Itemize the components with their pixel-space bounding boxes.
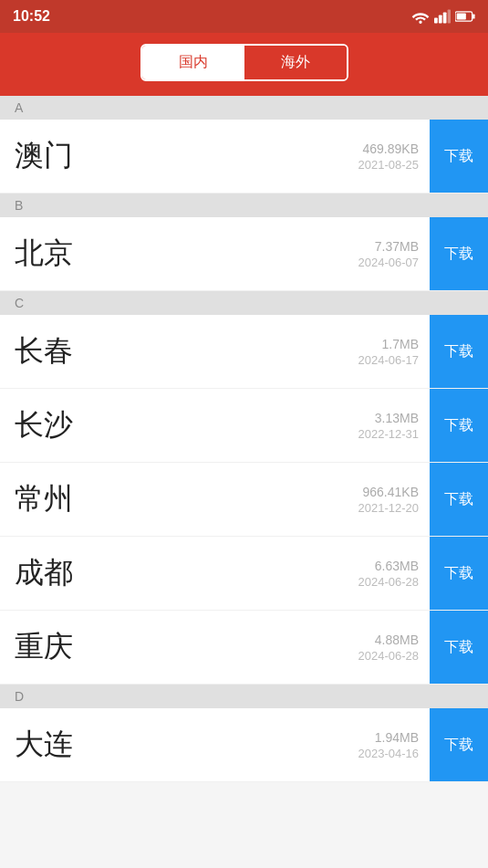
section-header-c: C — [0, 291, 488, 315]
svg-rect-6 — [457, 14, 466, 20]
wifi-icon — [411, 9, 430, 24]
item-size: 1.94MB — [375, 730, 419, 745]
signal-icon — [434, 9, 451, 24]
svg-rect-0 — [434, 18, 438, 24]
item-size: 3.13MB — [375, 411, 419, 425]
item-date: 2021-08-25 — [358, 158, 420, 172]
item-meta: 6.63MB2024-06-28 — [358, 559, 420, 589]
status-bar: 10:52 — [0, 0, 488, 33]
status-time: 10:52 — [13, 8, 50, 25]
list-item: 常州966.41KB2021-12-20下载 — [0, 463, 488, 537]
item-size: 4.88MB — [375, 633, 419, 647]
section-header-a: A — [0, 96, 488, 120]
item-name: 澳门 — [15, 136, 358, 176]
tab-group: 国内 海外 — [140, 44, 348, 81]
svg-rect-5 — [472, 14, 475, 18]
list-item: 大连1.94MB2023-04-16下载 — [0, 708, 488, 782]
item-name: 成都 — [15, 553, 358, 593]
list-item: 北京7.37MB2024-06-07下载 — [0, 217, 488, 291]
list-item: 澳门469.89KB2021-08-25下载 — [0, 120, 488, 193]
item-meta: 3.13MB2022-12-31 — [358, 411, 420, 441]
svg-rect-3 — [448, 10, 451, 24]
list-item: 长沙3.13MB2022-12-31下载 — [0, 389, 488, 463]
list-item: 长春1.7MB2024-06-17下载 — [0, 315, 488, 389]
item-meta: 1.94MB2023-04-16 — [358, 730, 420, 760]
item-date: 2023-04-16 — [358, 747, 420, 760]
item-date: 2024-06-07 — [358, 256, 420, 269]
item-size: 6.63MB — [375, 559, 419, 573]
download-button[interactable]: 下载 — [430, 611, 488, 684]
download-button[interactable]: 下载 — [430, 537, 488, 610]
item-name: 北京 — [15, 234, 358, 274]
item-name: 重庆 — [15, 627, 358, 667]
item-meta: 469.89KB2021-08-25 — [358, 141, 420, 172]
list-container: A澳门469.89KB2021-08-25下载B北京7.37MB2024-06-… — [0, 96, 488, 782]
item-size: 966.41KB — [363, 485, 420, 499]
item-date: 2022-12-31 — [358, 427, 420, 441]
download-button[interactable]: 下载 — [430, 463, 488, 536]
download-button[interactable]: 下载 — [430, 708, 488, 781]
download-button[interactable]: 下载 — [430, 315, 488, 388]
item-date: 2024-06-17 — [358, 353, 420, 367]
item-meta: 966.41KB2021-12-20 — [358, 485, 420, 515]
download-button[interactable]: 下载 — [430, 217, 488, 290]
item-meta: 7.37MB2024-06-07 — [358, 239, 420, 269]
section-header-d: D — [0, 685, 488, 708]
item-size: 469.89KB — [363, 141, 420, 156]
svg-rect-2 — [443, 13, 447, 24]
item-size: 1.7MB — [382, 337, 419, 351]
item-date: 2024-06-28 — [358, 649, 420, 663]
item-size: 7.37MB — [375, 239, 419, 254]
item-name: 长春 — [15, 331, 358, 371]
tab-domestic[interactable]: 国内 — [142, 46, 244, 79]
item-meta: 1.7MB2024-06-17 — [358, 337, 420, 367]
item-name: 长沙 — [15, 405, 358, 445]
status-icons — [411, 9, 475, 24]
svg-rect-1 — [439, 16, 442, 24]
battery-icon — [455, 9, 475, 24]
list-item: 重庆4.88MB2024-06-28下载 — [0, 611, 488, 685]
item-date: 2021-12-20 — [358, 501, 420, 515]
item-meta: 4.88MB2024-06-28 — [358, 633, 420, 663]
list-item: 成都6.63MB2024-06-28下载 — [0, 537, 488, 611]
tab-overseas[interactable]: 海外 — [244, 46, 347, 79]
header: 国内 海外 — [0, 33, 488, 96]
section-header-b: B — [0, 193, 488, 217]
download-button[interactable]: 下载 — [430, 120, 488, 193]
item-name: 大连 — [15, 725, 358, 765]
item-name: 常州 — [15, 479, 358, 519]
item-date: 2024-06-28 — [358, 575, 420, 589]
download-button[interactable]: 下载 — [430, 389, 488, 462]
